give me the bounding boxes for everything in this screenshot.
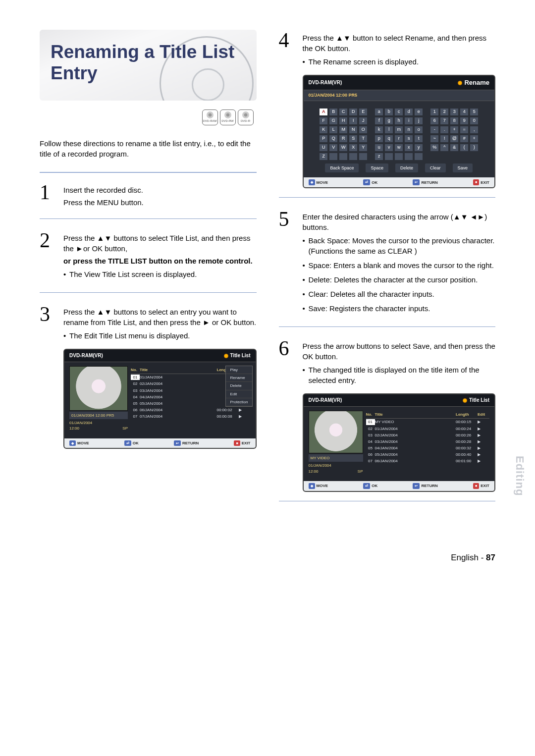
keyboard-key[interactable]: s (404, 135, 413, 143)
keyboard-key[interactable]: q (384, 135, 393, 143)
keyboard-key[interactable]: j (414, 117, 423, 125)
keyboard-key[interactable]: b (384, 108, 393, 116)
keyboard-key[interactable]: P (319, 135, 328, 143)
keyboard-key[interactable]: U (319, 144, 328, 152)
keyboard-key[interactable]: l (384, 126, 393, 134)
keyboard-key[interactable]: = (460, 126, 469, 134)
keyboard-key[interactable]: u (374, 144, 383, 152)
keyboard-key[interactable]: # (460, 135, 469, 143)
keyboard-key[interactable]: v (384, 144, 393, 152)
keyboard-key[interactable]: t (414, 135, 423, 143)
keyboard-key[interactable]: m (394, 126, 403, 134)
keyboard-key[interactable]: p (374, 135, 383, 143)
keyboard-key[interactable]: ! (440, 135, 449, 143)
keyboard-key[interactable] (404, 153, 413, 161)
keyboard-key[interactable] (329, 153, 338, 161)
popup-edit[interactable]: Edit (226, 390, 252, 398)
keyboard-key[interactable]: r (394, 135, 403, 143)
keyboard-key[interactable]: O (359, 126, 368, 134)
keyboard-lower[interactable]: abcdefghijklmnopqrstuvwxyz (374, 108, 423, 161)
keyboard-key[interactable]: G (329, 117, 338, 125)
kbd-backspace[interactable]: Back Space (325, 163, 359, 173)
keyboard-key[interactable]: + (470, 135, 479, 143)
kbd-save[interactable]: Save (453, 163, 473, 173)
keyboard-key[interactable]: F (319, 117, 328, 125)
keyboard-key[interactable]: L (329, 126, 338, 134)
keyboard-key[interactable]: h (394, 117, 403, 125)
table-row[interactable]: 01MY VIDEO00:00:15▶ (366, 419, 490, 425)
keyboard-key[interactable] (359, 153, 368, 161)
osd-rename-field[interactable]: 01/JAN/2004 12:00 PR5 (304, 90, 495, 101)
keyboard-key[interactable]: d (404, 108, 413, 116)
keyboard-key[interactable]: N (349, 126, 358, 134)
keyboard-key[interactable]: J (359, 117, 368, 125)
keyboard-key[interactable]: 0 (470, 117, 479, 125)
keyboard-key[interactable]: D (349, 108, 358, 116)
keyboard-symbols[interactable]: 1234567890-.+=,~!@#+%^&() (430, 108, 479, 161)
keyboard-key[interactable]: 1 (430, 108, 439, 116)
keyboard-key[interactable]: ^ (440, 144, 449, 152)
table-row[interactable]: 0706/JAN/200400:01:00▶ (366, 458, 490, 464)
keyboard-key[interactable]: 8 (450, 117, 459, 125)
keyboard-key[interactable]: K (319, 126, 328, 134)
keyboard-key[interactable]: ( (460, 144, 469, 152)
keyboard-key[interactable]: W (339, 144, 348, 152)
table-row[interactable]: 0707/JAN/200400:00:08▶ (131, 413, 251, 420)
keyboard-key[interactable]: A (319, 108, 328, 116)
popup-play[interactable]: Play (226, 366, 252, 374)
table-row[interactable]: 0504/JAN/200400:00:32▶ (366, 445, 490, 451)
kbd-space[interactable]: Space (366, 163, 388, 173)
keyboard-key[interactable]: E (359, 108, 368, 116)
keyboard-key[interactable]: o (414, 126, 423, 134)
kbd-delete[interactable]: Delete (395, 163, 418, 173)
keyboard-key[interactable]: T (359, 135, 368, 143)
keyboard-key[interactable]: 2 (440, 108, 449, 116)
keyboard-key[interactable]: ~ (430, 135, 439, 143)
keyboard-key[interactable]: n (404, 126, 413, 134)
keyboard-key[interactable] (339, 153, 348, 161)
keyboard-key[interactable]: y (414, 144, 423, 152)
table-row[interactable]: 0302/JAN/200400:00:26▶ (366, 432, 490, 438)
keyboard-key[interactable]: H (339, 117, 348, 125)
keyboard-key[interactable]: . (440, 126, 449, 134)
keyboard-key[interactable]: Z (319, 153, 328, 161)
keyboard-key[interactable]: k (374, 126, 383, 134)
keyboard-key[interactable]: X (349, 144, 358, 152)
keyboard-key[interactable]: V (329, 144, 338, 152)
keyboard-key[interactable]: 4 (460, 108, 469, 116)
keyboard-key[interactable]: B (329, 108, 338, 116)
keyboard-key[interactable]: c (394, 108, 403, 116)
keyboard-key[interactable]: Q (329, 135, 338, 143)
keyboard-key[interactable]: M (339, 126, 348, 134)
table-row[interactable]: 0201/JAN/200400:00:24▶ (366, 426, 490, 432)
keyboard-key[interactable] (384, 153, 393, 161)
keyboard-key[interactable]: S (349, 135, 358, 143)
keyboard-key[interactable]: i (404, 117, 413, 125)
popup-protection[interactable]: Protection (226, 398, 252, 406)
keyboard-key[interactable]: 9 (460, 117, 469, 125)
keyboard-key[interactable]: ) (470, 144, 479, 152)
keyboard-key[interactable]: & (450, 144, 459, 152)
keyboard-key[interactable]: 6 (430, 117, 439, 125)
keyboard-key[interactable]: Y (359, 144, 368, 152)
keyboard-key[interactable]: % (430, 144, 439, 152)
table-row[interactable]: 0605/JAN/200400:00:40▶ (366, 451, 490, 458)
popup-delete[interactable]: Delete (226, 382, 252, 390)
keyboard-upper[interactable]: ABCDEFGHIJKLMNOPQRSTUVWXYZ (319, 108, 368, 161)
kbd-clear[interactable]: Clear (425, 163, 446, 173)
keyboard-key[interactable]: @ (450, 135, 459, 143)
keyboard-key[interactable] (414, 153, 423, 161)
popup-rename[interactable]: Rename (226, 374, 252, 382)
table-row[interactable]: 0403/JAN/200400:00:28▶ (366, 438, 490, 445)
keyboard-key[interactable] (349, 153, 358, 161)
keyboard-key[interactable]: x (404, 144, 413, 152)
keyboard-key[interactable]: - (430, 126, 439, 134)
keyboard-key[interactable]: + (450, 126, 459, 134)
keyboard-key[interactable]: 5 (470, 108, 479, 116)
keyboard-key[interactable]: w (394, 144, 403, 152)
keyboard-key[interactable]: z (374, 153, 383, 161)
keyboard-key[interactable]: I (349, 117, 358, 125)
table-row[interactable]: 0606/JAN/200400:00:02▶ (131, 407, 251, 413)
keyboard-key[interactable]: , (470, 126, 479, 134)
keyboard-key[interactable]: a (374, 108, 383, 116)
